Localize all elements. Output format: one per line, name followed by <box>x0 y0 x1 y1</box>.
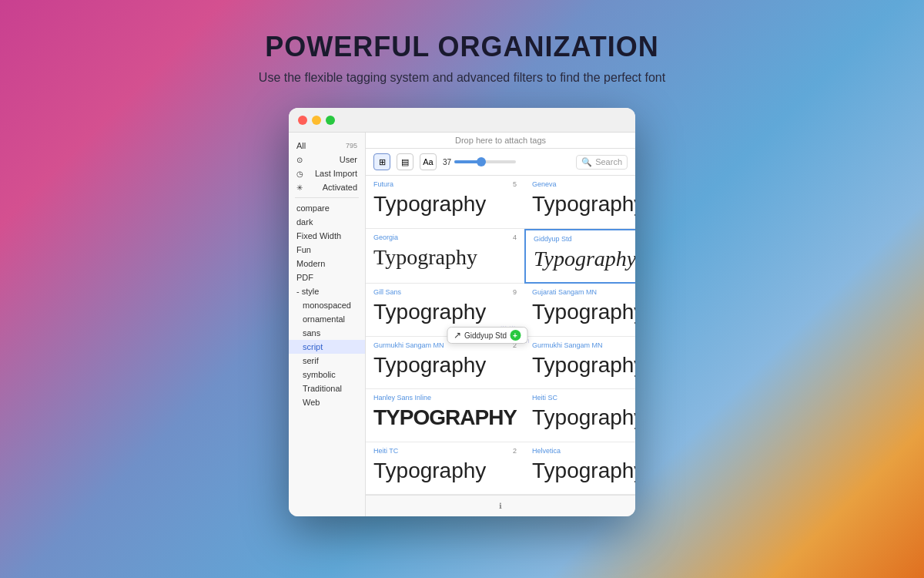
maximize-button[interactable] <box>326 116 335 125</box>
drag-font-label: Giddyup Std <box>464 331 507 340</box>
font-preview: Typography <box>532 299 635 325</box>
sidebar-item-activated[interactable]: ✳ Activated <box>289 180 365 194</box>
sidebar-tag-serif[interactable]: serif <box>289 354 365 368</box>
sidebar-tag-script[interactable]: script <box>289 340 365 354</box>
sidebar-divider <box>295 197 359 198</box>
sidebar-tag-monospaced[interactable]: monospaced <box>289 298 365 312</box>
search-box[interactable]: 🔍 Search <box>576 155 628 170</box>
font-cell-heiti-tc[interactable]: Heiti TC 2 Typography <box>366 442 524 496</box>
font-name: Gill Sans <box>373 288 401 296</box>
sidebar: All 795 ⊙ User ◷ Last Import ✳ Activated… <box>289 133 366 516</box>
font-cell-helvetica[interactable]: Helvetica 6 Typography <box>524 442 635 496</box>
sidebar-item-all[interactable]: All 795 <box>289 139 365 153</box>
size-slider[interactable]: 37 <box>443 158 570 166</box>
font-cell-header: Geneva <box>532 180 635 188</box>
sidebar-tag-symbolic[interactable]: symbolic <box>289 368 365 381</box>
font-cell-header: Georgia 4 <box>373 234 517 241</box>
sidebar-tag-style-header: - style <box>289 284 365 298</box>
slider-value: 37 <box>443 158 451 166</box>
font-preview: TYPOGRAPHY <box>373 405 517 431</box>
list-view-button[interactable]: ▤ <box>397 153 413 170</box>
font-name: Geneva <box>532 180 557 188</box>
font-name: Gujarati Sangam MN <box>532 288 597 296</box>
font-name: Giddyup Std <box>534 235 572 243</box>
slider-fill <box>454 160 479 163</box>
font-preview: Typography <box>373 352 517 378</box>
font-cell-header: Gill Sans 9 <box>373 288 517 296</box>
toolbar: ⊞ ▤ Aa 37 🔍 Search <box>366 149 635 176</box>
font-cell-georgia[interactable]: Georgia 4 Typography <box>366 229 524 284</box>
font-count: 9 <box>513 288 517 296</box>
font-cell-geneva[interactable]: Geneva Typography <box>524 176 635 229</box>
bottom-bar: ℹ <box>366 495 635 516</box>
sidebar-item-last-import[interactable]: ◷ Last Import <box>289 166 365 180</box>
all-label: All <box>296 141 306 150</box>
font-name: Gurmukhi Sangam MN <box>532 341 603 349</box>
traffic-lights <box>298 116 335 125</box>
font-name: Georgia <box>373 234 398 241</box>
font-cell-gurmukhi-left[interactable]: Gurmukhi Sangam MN 2 Typography <box>366 337 524 390</box>
font-cell-futura[interactable]: Futura 5 Typography <box>366 176 524 229</box>
sidebar-tag-pdf[interactable]: PDF <box>289 271 365 284</box>
title-bar <box>289 108 635 133</box>
font-cell-gurmukhi-right[interactable]: Gurmukhi Sangam MN 2 Typography <box>524 337 635 390</box>
font-cell-hanley[interactable]: Hanley Sans Inline TYPOGRAPHY <box>366 389 524 442</box>
font-preview: Typography <box>532 405 635 431</box>
font-cell-gujarati[interactable]: Gujarati Sangam MN 2 Typography <box>524 284 635 337</box>
sidebar-item-user[interactable]: ⊙ User <box>289 153 365 166</box>
font-cell-header: Heiti TC 2 <box>373 447 517 455</box>
sidebar-tag-ornamental[interactable]: ornamental <box>289 312 365 326</box>
activated-label: Activated <box>323 183 357 192</box>
slider-track[interactable] <box>454 160 516 163</box>
slider-thumb[interactable] <box>477 157 486 166</box>
font-cell-header: Hanley Sans Inline <box>373 394 517 402</box>
sidebar-tag-modern[interactable]: Modern <box>289 257 365 271</box>
minimize-button[interactable] <box>312 116 321 125</box>
grid-view-button[interactable]: ⊞ <box>373 153 390 170</box>
page-header: POWERFUL ORGANIZATION Use the flexible t… <box>259 31 665 85</box>
font-preview: Typography <box>373 191 517 217</box>
page-subtitle: Use the flexible tagging system and adva… <box>259 71 665 85</box>
sidebar-tag-fun[interactable]: Fun <box>289 243 365 257</box>
sidebar-tag-dark[interactable]: dark <box>289 215 365 229</box>
bottom-info: ℹ <box>499 502 502 510</box>
font-preview: Typography <box>373 458 517 484</box>
font-count: 2 <box>513 447 517 455</box>
font-count: 5 <box>513 180 517 188</box>
font-cell-header: Helvetica 6 <box>532 447 635 455</box>
drag-tooltip: ↗ Giddyup Std + <box>447 327 527 344</box>
sidebar-tag-fixed-width[interactable]: Fixed Width <box>289 229 365 243</box>
page-title: POWERFUL ORGANIZATION <box>259 31 665 63</box>
font-preview: Typography <box>532 352 635 378</box>
add-icon: + <box>510 330 521 341</box>
font-cell-header: Giddyup Std <box>534 235 635 243</box>
drop-zone[interactable]: Drop here to attach tags <box>366 133 635 149</box>
font-cell-header: Heiti SC 2 <box>532 394 635 402</box>
sidebar-tag-compare[interactable]: compare <box>289 201 365 215</box>
sidebar-tag-web[interactable]: Web <box>289 395 365 409</box>
font-preview: Typography <box>534 246 635 272</box>
app-window: All 795 ⊙ User ◷ Last Import ✳ Activated… <box>289 108 635 516</box>
user-label: User <box>340 155 357 164</box>
font-name: Futura <box>373 180 393 188</box>
sidebar-tag-sans[interactable]: sans <box>289 326 365 340</box>
drag-arrow-icon: ↗ <box>454 330 461 341</box>
font-cell-header: Futura 5 <box>373 180 517 188</box>
font-preview: Typography <box>532 191 635 217</box>
preview-button[interactable]: Aa <box>420 153 437 170</box>
font-preview: Typography <box>373 299 517 325</box>
sidebar-tag-traditional[interactable]: Traditional <box>289 381 365 395</box>
font-preview: Typography <box>373 244 517 271</box>
font-cell-giddyup[interactable]: Giddyup Std Typography <box>524 229 635 284</box>
close-button[interactable] <box>298 116 307 125</box>
font-name: Heiti TC <box>373 447 398 455</box>
font-count: 4 <box>513 234 517 241</box>
search-placeholder: Search <box>595 157 622 166</box>
font-cell-header: Gurmukhi Sangam MN 2 <box>532 341 635 349</box>
font-name: Helvetica <box>532 447 561 455</box>
last-import-label: Last Import <box>315 169 357 178</box>
all-count: 795 <box>346 142 357 150</box>
font-cell-heiti-sc[interactable]: Heiti SC 2 Typography <box>524 389 635 442</box>
font-cell-header: Gujarati Sangam MN 2 <box>532 288 635 296</box>
font-preview: Typography <box>532 458 635 484</box>
